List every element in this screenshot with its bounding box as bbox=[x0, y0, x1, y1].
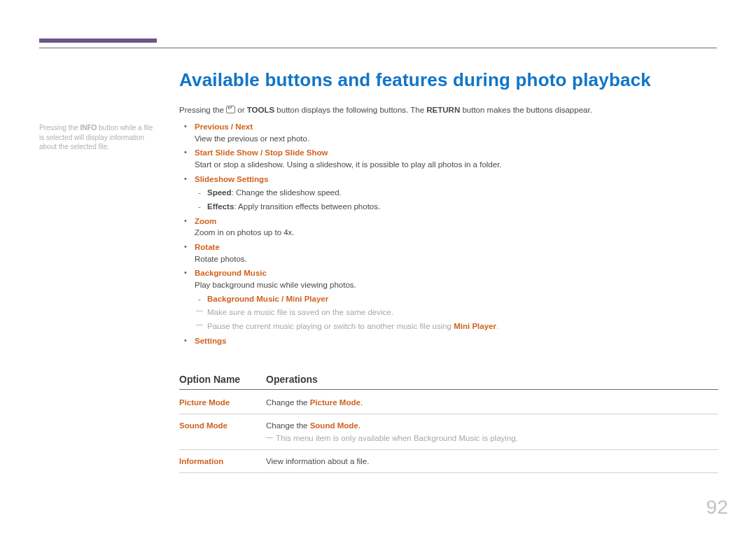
sidenote-text: Pressing the bbox=[39, 124, 80, 132]
item-title: Zoom bbox=[195, 217, 216, 225]
note-hl: Background Music bbox=[414, 434, 480, 442]
op-text: . bbox=[360, 398, 363, 407]
op-hl: Picture Mode bbox=[310, 398, 360, 407]
item-title: Start Slide Show / Stop Slide Show bbox=[195, 148, 328, 157]
sub-item: Speed: Change the slideshow speed. bbox=[195, 187, 718, 199]
table-rule bbox=[179, 389, 718, 390]
tools-label: TOOLS bbox=[247, 106, 274, 114]
top-rule bbox=[39, 48, 717, 48]
sub-em: Effects bbox=[207, 202, 234, 211]
list-item: Previous / Next View the previous or nex… bbox=[179, 121, 718, 144]
item-desc: Play background music while viewing phot… bbox=[195, 281, 356, 289]
enter-icon bbox=[226, 106, 235, 113]
row-op: View information about a file. bbox=[266, 457, 718, 465]
item-title: Rotate bbox=[195, 243, 220, 251]
op-text: . bbox=[358, 421, 360, 430]
note-hl: Mini Player bbox=[454, 322, 496, 330]
op-text: View information about a file. bbox=[266, 457, 369, 465]
row-name: Sound Mode bbox=[179, 421, 266, 430]
note-item: Pause the current music playing or switc… bbox=[195, 321, 718, 332]
intro-text: button displays the following buttons. T… bbox=[276, 106, 426, 114]
list-item: Settings bbox=[179, 335, 718, 347]
list-item: Slideshow Settings Speed: Change the sli… bbox=[179, 174, 718, 213]
sub-item: Background Music / Mini Player bbox=[195, 293, 718, 305]
note-text: is playing. bbox=[479, 434, 517, 442]
intro-text: or bbox=[237, 106, 246, 114]
note-pad bbox=[179, 434, 266, 442]
item-desc: Start or stop a slideshow. Using a slide… bbox=[195, 160, 502, 169]
page-number: 92 bbox=[706, 496, 728, 519]
list-item: Background Music Play background music w… bbox=[179, 267, 718, 332]
item-desc: Rotate photos. bbox=[195, 255, 247, 263]
item-desc: Zoom in on photos up to 4x. bbox=[195, 228, 295, 237]
table-rule-thin bbox=[179, 449, 718, 450]
op-text: Change the bbox=[266, 421, 310, 430]
side-note: Pressing the INFO button while a file is… bbox=[39, 123, 158, 152]
row-name: Information bbox=[179, 457, 266, 465]
list-item: Rotate Rotate photos. bbox=[179, 241, 718, 265]
table-row: Information View information about a fil… bbox=[179, 457, 718, 465]
note-text: Pause the current music playing or switc… bbox=[207, 322, 454, 330]
sub-text: : Apply transition effects between photo… bbox=[234, 202, 380, 211]
intro-paragraph: Pressing the or TOOLS button displays th… bbox=[179, 106, 592, 114]
op-text: Change the bbox=[266, 398, 310, 407]
table-rule-thin bbox=[179, 472, 718, 473]
settings-table: Option Name Operations Picture Mode Chan… bbox=[179, 374, 718, 480]
note-text: . bbox=[496, 322, 498, 330]
table-header: Option Name Operations bbox=[179, 374, 718, 389]
item-title: Settings bbox=[195, 337, 226, 345]
sub-text: : Change the slideshow speed. bbox=[232, 188, 342, 197]
row-op: Change the Sound Mode. bbox=[266, 421, 718, 430]
return-label: RETURN bbox=[426, 106, 460, 114]
th-operations: Operations bbox=[266, 374, 718, 385]
list-item: Start Slide Show / Stop Slide Show Start… bbox=[179, 147, 718, 170]
note-text: This menu item is only available when bbox=[276, 434, 414, 442]
item-title: Background Music bbox=[195, 269, 267, 277]
info-label: INFO bbox=[80, 124, 97, 132]
list-item: Zoom Zoom in on photos up to 4x. bbox=[179, 216, 718, 239]
item-desc: View the previous or next photo. bbox=[195, 134, 309, 143]
sub-em: Speed bbox=[207, 188, 232, 197]
table-row: Sound Mode Change the Sound Mode. bbox=[179, 421, 718, 430]
sub-item: Effects: Apply transition effects betwee… bbox=[195, 201, 718, 213]
page-title: Available buttons and features during ph… bbox=[179, 69, 651, 91]
item-title: Previous / Next bbox=[195, 122, 253, 131]
op-hl: Sound Mode bbox=[310, 421, 358, 430]
note-item: Make sure a music file is saved on the s… bbox=[195, 307, 718, 318]
row-note: This menu item is only available when Ba… bbox=[179, 434, 718, 442]
row-op: Change the Picture Mode. bbox=[266, 398, 718, 407]
manual-page: Available buttons and features during ph… bbox=[0, 0, 756, 534]
note-text-wrap: This menu item is only available when Ba… bbox=[266, 434, 718, 442]
row-name: Picture Mode bbox=[179, 398, 266, 407]
sub-hl: Background Music / Mini Player bbox=[207, 295, 328, 303]
table-rule-thin bbox=[179, 414, 718, 414]
table-row: Picture Mode Change the Picture Mode. bbox=[179, 398, 718, 407]
th-option-name: Option Name bbox=[179, 374, 266, 385]
feature-list: Previous / Next View the previous or nex… bbox=[179, 121, 718, 349]
intro-text: button makes the buttons disappear. bbox=[462, 106, 592, 114]
accent-bar bbox=[39, 38, 157, 43]
intro-text: Pressing the bbox=[179, 106, 226, 114]
item-title: Slideshow Settings bbox=[195, 175, 268, 183]
